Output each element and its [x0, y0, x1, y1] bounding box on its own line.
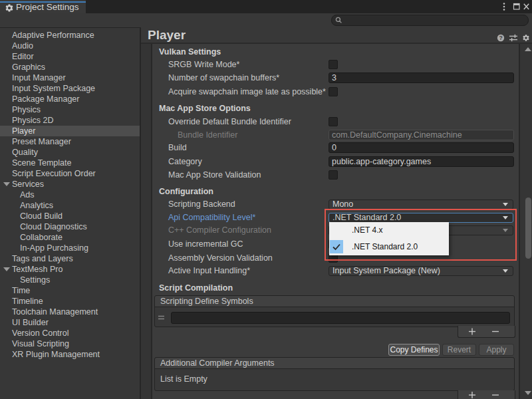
svg-text:?: ? [499, 35, 502, 41]
